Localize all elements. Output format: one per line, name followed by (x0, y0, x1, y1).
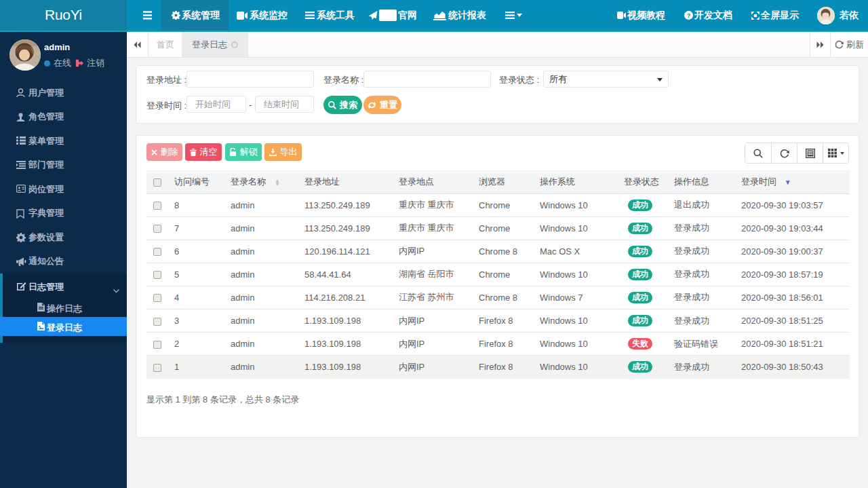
svg-text:?: ? (687, 12, 691, 19)
